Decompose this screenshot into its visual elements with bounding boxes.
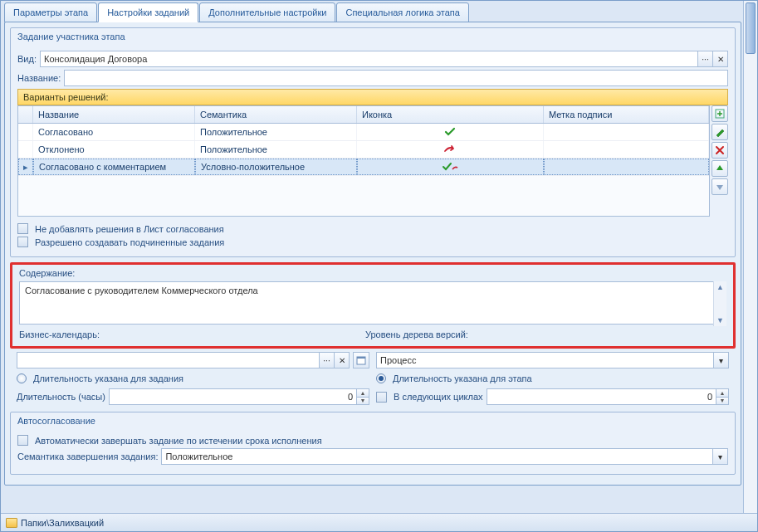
tab-extra[interactable]: Дополнительные настройки xyxy=(199,2,335,22)
duration-label: Длительность (часы) xyxy=(17,392,105,402)
textarea-scrollbar[interactable]: ▲▼ xyxy=(713,281,726,326)
col-name[interactable]: Название xyxy=(33,106,195,123)
move-down-button[interactable] xyxy=(712,178,728,195)
no-add-checkbox[interactable] xyxy=(17,223,28,234)
sem-dropdown[interactable]: ▾ xyxy=(712,449,727,464)
tab-special-logic[interactable]: Специальная логика этапа xyxy=(336,2,468,22)
allow-sub-label: Разрешено создавать подчиненные задания xyxy=(35,237,224,247)
process-dropdown[interactable]: ▾ xyxy=(713,353,728,368)
arrow-red-icon xyxy=(357,141,544,158)
add-row-button[interactable] xyxy=(712,105,728,122)
vertical-scrollbar[interactable] xyxy=(743,1,757,513)
duration-task-radio[interactable] xyxy=(17,373,27,383)
cycles-label: В следующих циклах xyxy=(394,392,483,402)
allow-sub-checkbox[interactable] xyxy=(17,237,28,247)
content-highlight: Содержание: ▲▼ Бизнес-календарь: Уровень… xyxy=(10,262,736,349)
status-path: Папки\Залихвацкий xyxy=(21,518,104,528)
table-row[interactable]: Согласовано Положительное xyxy=(18,124,709,141)
process-select[interactable] xyxy=(377,353,713,368)
biz-cal-browse[interactable]: ··· xyxy=(319,353,334,368)
kind-input-wrap: ··· ✕ xyxy=(40,51,728,67)
delete-row-button[interactable] xyxy=(712,142,728,159)
group-autoapprove: Автосогласование Автоматически завершать… xyxy=(10,412,736,475)
auto-complete-label: Автоматически завершать задание по истеч… xyxy=(35,436,322,446)
name-input[interactable] xyxy=(65,71,727,85)
move-up-button[interactable] xyxy=(712,160,728,177)
check-arrow-icon xyxy=(357,159,544,175)
cycles-down[interactable]: ▼ xyxy=(716,398,728,405)
variants-title: Варианты решений: xyxy=(17,89,728,105)
variants-grid: Название Семантика Иконка Метка подписи … xyxy=(17,105,710,217)
biz-cal-label: Бизнес-календарь: xyxy=(19,329,100,339)
status-bar: Папки\Залихвацкий xyxy=(1,513,757,531)
table-row[interactable]: Отклонено Положительное xyxy=(18,141,709,159)
tab-params[interactable]: Параметры этапа xyxy=(4,2,97,22)
no-add-label: Не добавлять решения в Лист согласования xyxy=(35,224,224,234)
content-label: Содержание: xyxy=(19,268,726,278)
tab-task-settings[interactable]: Настройки заданий xyxy=(98,2,198,22)
tab-bar: Параметры этапа Настройки заданий Дополн… xyxy=(4,2,741,22)
content-textarea[interactable] xyxy=(19,281,726,325)
check-green-icon xyxy=(357,124,544,140)
duration-up[interactable]: ▲ xyxy=(357,389,369,398)
biz-cal-input[interactable] xyxy=(17,353,319,368)
duration-input[interactable] xyxy=(110,389,356,404)
col-mark[interactable]: Метка подписи xyxy=(544,106,709,123)
duration-stage-radio[interactable] xyxy=(376,373,386,383)
group-title: Задание участника этапа xyxy=(11,28,735,45)
kind-clear-button[interactable]: ✕ xyxy=(712,51,727,66)
calendar-button[interactable] xyxy=(353,352,369,368)
group-participant-task: Задание участника этапа Вид: ··· ✕ Назва… xyxy=(10,27,736,257)
cycles-input[interactable] xyxy=(487,389,716,404)
autoapprove-title: Автосогласование xyxy=(11,412,735,429)
name-label: Название: xyxy=(17,73,61,83)
svg-rect-2 xyxy=(357,357,365,359)
table-row[interactable]: ▸ Согласовано с комментарием Условно-пол… xyxy=(18,159,709,176)
cycles-up[interactable]: ▲ xyxy=(716,389,728,398)
sem-label: Семантика завершения задания: xyxy=(17,451,158,461)
biz-cal-clear[interactable]: ✕ xyxy=(334,353,349,368)
kind-label: Вид: xyxy=(17,54,37,64)
cycles-checkbox[interactable] xyxy=(376,392,387,403)
col-sem[interactable]: Семантика xyxy=(195,106,357,123)
folder-icon xyxy=(6,518,17,528)
duration-down[interactable]: ▼ xyxy=(357,398,369,405)
sem-select[interactable] xyxy=(162,449,712,464)
panel-task-settings: Задание участника этапа Вид: ··· ✕ Назва… xyxy=(4,22,741,486)
ver-tree-label: Уровень дерева версий: xyxy=(365,329,468,339)
edit-row-button[interactable] xyxy=(712,124,728,140)
auto-complete-checkbox[interactable] xyxy=(17,435,28,446)
kind-input[interactable] xyxy=(41,51,697,66)
kind-browse-button[interactable]: ··· xyxy=(697,51,712,66)
col-icon[interactable]: Иконка xyxy=(357,106,544,123)
